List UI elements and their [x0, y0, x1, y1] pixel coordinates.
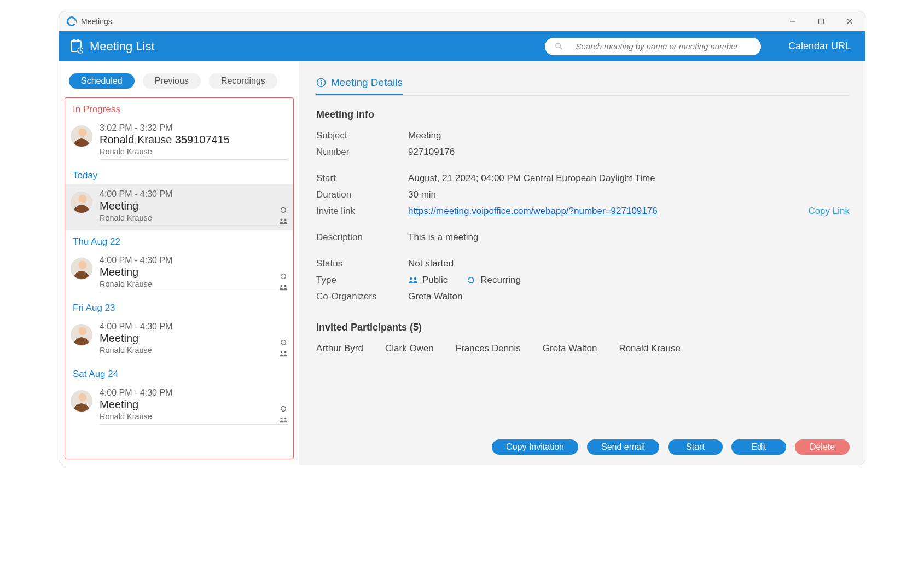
- label-start: Start: [316, 173, 404, 184]
- sidebar: Scheduled Previous Recordings In Progres…: [59, 61, 300, 465]
- meeting-organizer: Ronald Krause: [100, 346, 288, 355]
- meeting-title: Meeting: [100, 266, 288, 279]
- svg-point-25: [414, 277, 416, 280]
- window-title: Meetings: [81, 17, 112, 26]
- tab-previous[interactable]: Previous: [143, 73, 201, 89]
- meeting-organizer: Ronald Krause: [100, 213, 288, 222]
- value-type: Public Recurring: [408, 275, 804, 286]
- value-status: Not started: [408, 258, 804, 269]
- value-start: August, 21 2024; 04:00 PM Central Europe…: [408, 173, 804, 184]
- action-buttons: Copy Invitation Send email Start Edit De…: [316, 431, 850, 455]
- svg-rect-5: [73, 39, 75, 42]
- meeting-title: Meeting: [100, 398, 288, 411]
- app-window: Meetings Meetin: [59, 11, 865, 465]
- recurring-icon: [279, 206, 288, 214]
- svg-point-16: [284, 285, 287, 287]
- meeting-item[interactable]: 3:02 PM - 3:32 PMRonald Krause 359107415…: [65, 118, 293, 164]
- svg-line-12: [560, 48, 562, 50]
- svg-rect-1: [819, 19, 824, 24]
- section-header: Thu Aug 22: [65, 230, 293, 251]
- svg-rect-23: [321, 82, 322, 85]
- avatar: [71, 125, 92, 147]
- label-subject: Subject: [316, 130, 404, 141]
- avatar: [71, 192, 92, 213]
- search-icon: [555, 42, 563, 50]
- app-logo-icon: [67, 16, 77, 26]
- public-icon: [408, 276, 418, 285]
- participant: Ronald Krause: [619, 343, 680, 354]
- svg-point-13: [281, 218, 283, 221]
- svg-rect-6: [77, 39, 79, 42]
- value-co-organizers: Greta Walton: [408, 291, 804, 302]
- recurring-icon: [279, 405, 288, 413]
- svg-point-11: [556, 43, 560, 48]
- meeting-list-icon: [70, 39, 83, 54]
- value-subject: Meeting: [408, 130, 804, 141]
- participant: Clark Owen: [385, 343, 434, 354]
- value-duration: 30 min: [408, 189, 804, 200]
- meeting-time: 4:00 PM - 4:30 PM: [100, 322, 288, 332]
- edit-button[interactable]: Edit: [731, 439, 786, 455]
- meeting-item[interactable]: 4:00 PM - 4:30 PMMeetingRonald Krause: [65, 383, 293, 429]
- label-number: Number: [316, 147, 404, 158]
- send-email-button[interactable]: Send email: [587, 439, 659, 455]
- tab-meeting-details[interactable]: Meeting Details: [316, 77, 403, 95]
- svg-point-22: [321, 80, 322, 81]
- meeting-info-grid: Subject Meeting Number 927109176 Start A…: [316, 130, 850, 302]
- delete-button[interactable]: Delete: [795, 439, 850, 455]
- label-co-organizers: Co-Organizers: [316, 291, 404, 302]
- search-input[interactable]: [563, 42, 751, 51]
- meeting-title: Ronald Krause 359107415: [100, 134, 288, 146]
- search-box[interactable]: [545, 38, 761, 55]
- participant: Arthur Byrd: [316, 343, 363, 354]
- label-type: Type: [316, 275, 404, 286]
- recurring-icon: [466, 276, 476, 285]
- meeting-item[interactable]: 4:00 PM - 4:30 PMMeetingRonald Krause: [65, 317, 293, 363]
- participants-heading: Invited Participants (5): [316, 322, 850, 333]
- recurring-icon: [279, 273, 288, 280]
- meeting-time: 4:00 PM - 4:30 PM: [100, 256, 288, 265]
- participant: Frances Dennis: [456, 343, 521, 354]
- titlebar: Meetings: [59, 11, 865, 31]
- copy-invitation-button[interactable]: Copy Invitation: [492, 439, 578, 455]
- group-icon: [279, 416, 288, 424]
- start-button[interactable]: Start: [668, 439, 723, 455]
- label-duration: Duration: [316, 189, 404, 200]
- meeting-item[interactable]: 4:00 PM - 4:30 PMMeetingRonald Krause: [65, 184, 293, 230]
- meeting-time: 3:02 PM - 3:32 PM: [100, 123, 288, 133]
- meeting-time: 4:00 PM - 4:30 PM: [100, 189, 288, 199]
- meeting-organizer: Ronald Krause: [100, 147, 288, 156]
- group-icon: [279, 350, 288, 357]
- meeting-info-heading: Meeting Info: [316, 109, 850, 120]
- group-icon: [279, 283, 288, 291]
- group-icon: [279, 217, 288, 225]
- avatar: [71, 390, 92, 412]
- close-button[interactable]: [835, 11, 864, 31]
- meeting-time: 4:00 PM - 4:30 PM: [100, 388, 288, 398]
- avatar: [71, 324, 92, 346]
- meeting-organizer: Ronald Krause: [100, 412, 288, 421]
- label-status: Status: [316, 258, 404, 269]
- calendar-url-link[interactable]: Calendar URL: [788, 40, 851, 52]
- details-panel: Meeting Details Meeting Info Subject Mee…: [300, 61, 865, 465]
- section-header: Fri Aug 23: [65, 297, 293, 317]
- info-icon: [316, 78, 326, 88]
- meeting-title: Meeting: [100, 332, 288, 345]
- copy-link-button[interactable]: Copy Link: [808, 206, 850, 217]
- meeting-title: Meeting: [100, 200, 288, 212]
- maximize-button[interactable]: [807, 11, 835, 31]
- invite-link[interactable]: https://meeting.voipoffice.com/webapp/?n…: [408, 206, 658, 216]
- value-description: This is a meeting: [408, 232, 804, 243]
- svg-point-19: [281, 417, 283, 419]
- section-header: In Progress: [65, 98, 293, 118]
- svg-point-17: [281, 351, 283, 353]
- minimize-button[interactable]: [778, 11, 807, 31]
- meeting-item[interactable]: 4:00 PM - 4:30 PMMeetingRonald Krause: [65, 251, 293, 297]
- svg-point-18: [284, 351, 287, 353]
- tab-recordings[interactable]: Recordings: [209, 73, 277, 89]
- tab-scheduled[interactable]: Scheduled: [69, 73, 135, 89]
- label-invite-link: Invite link: [316, 206, 404, 217]
- participants-list: Arthur ByrdClark OwenFrances DennisGreta…: [316, 343, 850, 354]
- value-number: 927109176: [408, 147, 804, 158]
- section-header: Sat Aug 24: [65, 363, 293, 383]
